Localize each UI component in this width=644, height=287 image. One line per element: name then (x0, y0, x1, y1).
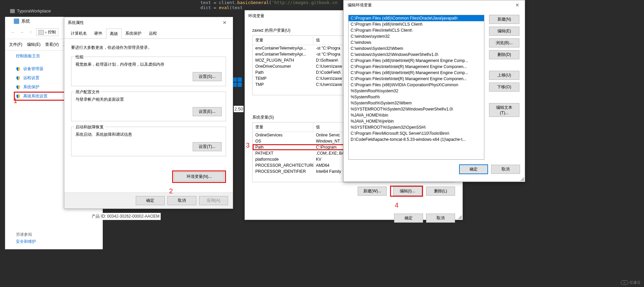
startup-recovery-section: 启动和故障恢复 系统启动、系统故障和调试信息 设置(T)... (71, 127, 226, 156)
tab-computer-name[interactable]: 计算机名 (67, 28, 91, 38)
windows-logo (232, 77, 243, 88)
move-up-button[interactable]: 上移(U) (489, 71, 519, 80)
ok-button[interactable]: 确定 (136, 196, 165, 205)
computer-icon (38, 30, 44, 35)
delete-button[interactable]: 删除(L) (426, 187, 455, 196)
tab-system-protection[interactable]: 系统保护 (122, 28, 145, 38)
breadcrumb-text: 控制 (48, 29, 56, 35)
list-item[interactable]: %SystemRoot%\System32\Wbem (349, 100, 484, 106)
edit-button[interactable]: 编辑(I)... (393, 187, 422, 196)
tab-remote[interactable]: 远程 (145, 28, 161, 38)
cancel-button[interactable]: 取消 (426, 214, 455, 223)
list-item[interactable]: C:\Program Files (x86)\Intel\iCLS Client… (349, 21, 484, 27)
apply-button[interactable]: 应用(A) (199, 196, 228, 205)
list-item[interactable]: %SYSTEMROOT%\System32\WindowsPowerShell\… (349, 106, 484, 112)
browse-button[interactable]: 浏览(B)... (489, 38, 519, 47)
edit-button[interactable]: 编辑(E) (489, 27, 519, 36)
tab-hardware[interactable]: 硬件 (91, 28, 106, 38)
list-item[interactable]: C:\Program Files\Intel\iCLS Client\ (349, 27, 484, 33)
close-icon[interactable]: ✕ (220, 20, 229, 26)
close-icon[interactable]: ✕ (513, 2, 522, 8)
dialog-titlebar: 编辑环境变量 ✕ (344, 0, 525, 10)
list-item[interactable]: D:\CodeField\apache-tomcat-8.5.33-window… (349, 136, 484, 142)
section-desc: 视觉效果，处理器计划，内存使用，以及虚拟内存 (75, 62, 222, 67)
cp-title-text: 系统 (21, 18, 30, 24)
dialog-body: 要进行大多数更改，你必须作为管理员登录。 性能 视觉效果，处理器计划，内存使用，… (64, 39, 233, 168)
dialog-title: 系统属性 (68, 20, 84, 26)
cell-var: MOZ_PLUGIN_PATH (253, 58, 313, 63)
performance-section: 性能 视觉效果，处理器计划，内存使用，以及虚拟内存 设置(S)... (71, 57, 226, 86)
product-id: 产品 ID: 00342-30262-00002-AAOEM (90, 213, 161, 220)
edit-text-button[interactable]: 编辑文本(T)... (489, 103, 519, 117)
cell-var: PATHEXT (253, 151, 313, 156)
list-item[interactable]: C:\Program Files (x86)\Intel\Intel(R) Ma… (349, 58, 484, 64)
perf-settings-button[interactable]: 设置(S)... (193, 72, 222, 81)
dialog-body: C:\Program Files (x86)\Common Files\Orac… (344, 10, 525, 164)
resize-grip-icon[interactable] (520, 177, 524, 181)
folder-icon (10, 9, 15, 13)
watermark: ∞ 亿速云 (621, 280, 641, 285)
editor-title-text: TyporaWorkplace (17, 8, 51, 13)
list-item[interactable]: %JAVA_HOME%\bin (349, 112, 484, 118)
tab-advanced[interactable]: 高级 (106, 29, 122, 39)
list-item[interactable]: C:\windows\System32\Wbem (349, 45, 484, 52)
annotation-1: 1 (13, 97, 17, 105)
col-variable[interactable]: 变量 (253, 36, 313, 45)
section-label: 用户配置文件 (74, 89, 101, 95)
list-item[interactable]: %SystemRoot% (349, 94, 484, 100)
ok-button[interactable]: 确定 (459, 164, 488, 174)
nav-fwd-icon[interactable]: → (19, 29, 25, 36)
list-item[interactable]: C:\windows (349, 39, 484, 45)
resize-grip-icon[interactable] (458, 215, 462, 219)
list-item[interactable]: %JAVA_HOME%\jre\bin (349, 118, 484, 124)
profile-settings-button[interactable]: 设置(E)... (193, 107, 222, 116)
list-item[interactable]: C:\Program Files\Intel\Intel(R) Manageme… (349, 64, 484, 70)
cell-var: Path (253, 145, 313, 150)
new-button[interactable]: 新建(W)... (358, 187, 387, 196)
list-item[interactable]: C:\Program Files\Intel\Intel(R) Manageme… (349, 76, 484, 82)
cell-var: envContainerTelemetryApi... (253, 45, 313, 51)
link-label: 高级系统设置 (23, 93, 47, 99)
value-2-50: 2.50 (234, 106, 244, 112)
list-item[interactable]: C:\Program Files (x86)\Intel\Intel(R) Ma… (349, 70, 484, 76)
cell-var: platformcode (253, 157, 313, 162)
environment-variables-button[interactable]: 环境变量(N)... (174, 172, 224, 181)
edit-environment-variable-dialog: 编辑环境变量 ✕ C:\Program Files (x86)\Common F… (343, 0, 525, 182)
cancel-button[interactable]: 取消 (491, 165, 520, 174)
watermark-text: 亿速云 (630, 280, 641, 285)
cell-var: OnlineServices (253, 132, 313, 138)
cell-var: OS (253, 138, 313, 144)
user-profile-section: 用户配置文件 与登录帐户相关的桌面设置 设置(E)... (71, 92, 226, 121)
list-item[interactable]: C:\windows\System32\WindowsPowerShell\v1… (349, 52, 484, 58)
cell-var: OneDriveConsumer (253, 64, 313, 69)
list-item[interactable]: %SystemRoot%\system32 (349, 88, 484, 94)
path-list[interactable]: C:\Program Files (x86)\Common Files\Orac… (348, 15, 484, 160)
list-item[interactable]: C:\windows\system32 (349, 33, 484, 39)
link-security-maintenance[interactable]: 安全和维护 (16, 237, 36, 246)
menu-view[interactable]: 查看(V) (45, 42, 59, 47)
menu-edit[interactable]: 编辑(E) (27, 42, 40, 47)
list-item[interactable]: C:\Program Files (x86)\Common Files\Orac… (349, 15, 484, 21)
editor-title: TyporaWorkplace (10, 8, 51, 13)
dialog-footer: 确定 取消 应用(A) (64, 192, 233, 209)
annotation-4: 4 (395, 201, 398, 209)
list-item[interactable]: C:\Program Files\Microsoft SQL Server\11… (349, 130, 484, 136)
nav-back-icon[interactable]: ← (10, 29, 17, 36)
nav-up-icon[interactable]: ↑ (27, 29, 34, 36)
menu-file[interactable]: 文件(F) (9, 42, 22, 47)
cell-var: Path (253, 70, 313, 75)
cancel-button[interactable]: 取消 (167, 196, 196, 205)
list-item[interactable]: C:\Program Files (x86)\NVIDIA Corporatio… (349, 82, 484, 88)
col-variable[interactable]: 变量 (253, 123, 313, 132)
move-down-button[interactable]: 下移(O) (489, 83, 519, 92)
link-label: 设备管理器 (23, 66, 43, 72)
admin-message: 要进行大多数更改，你必须作为管理员登录。 (71, 45, 226, 51)
new-button[interactable]: 新建(N) (489, 15, 519, 24)
system-properties-dialog: 系统属性 ✕ 计算机名 硬件 高级 系统保护 远程 要进行大多数更改，你必须作为… (64, 17, 233, 209)
cloud-icon: ∞ (621, 280, 628, 285)
breadcrumb[interactable]: › 控制 (36, 28, 58, 36)
list-item[interactable]: %SYSTEMROOT%\System32\OpenSSH\ (349, 124, 484, 130)
ok-button[interactable]: 确定 (394, 214, 423, 223)
startup-settings-button[interactable]: 设置(T)... (193, 142, 222, 151)
delete-button[interactable]: 删除(D) (489, 50, 519, 59)
